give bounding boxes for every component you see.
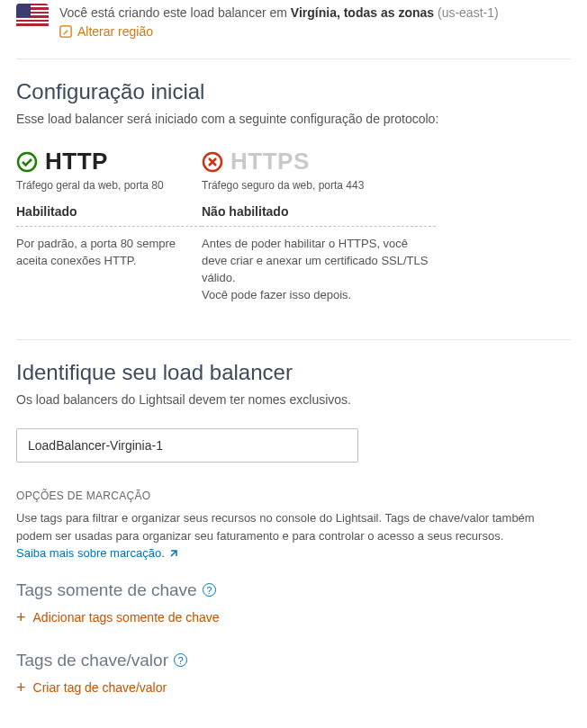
- protocols-row: HTTP Tráfego geral da web, porta 80 Habi…: [16, 148, 571, 303]
- https-caption: Tráfego seguro da web, porta 443: [202, 179, 436, 192]
- external-link-icon: [168, 548, 179, 559]
- http-name: HTTP: [45, 148, 108, 175]
- region-code: (us-east-1): [438, 5, 499, 20]
- key-only-tags-heading: Tags somente de chave ?: [16, 580, 571, 600]
- region-name: Virgínia, todas as zonas: [291, 5, 434, 20]
- region-banner: Você está criando este load balancer em …: [16, 0, 571, 58]
- check-circle-icon: [16, 151, 38, 173]
- x-circle-icon: [202, 151, 223, 173]
- pencil-icon: [59, 25, 72, 38]
- learn-more-label: Saiba mais sobre marcação.: [16, 544, 165, 562]
- key-only-title: Tags somente de chave: [16, 580, 197, 600]
- load-balancer-name-input[interactable]: [16, 428, 358, 463]
- divider: [16, 339, 571, 340]
- region-text-block: Você está criando este load balancer em …: [59, 4, 499, 40]
- add-kv-tag-button[interactable]: + Criar tag de chave/valor: [16, 679, 167, 696]
- change-region-label: Alterar região: [77, 24, 153, 39]
- kv-tags-heading: Tags de chave/valor ?: [16, 651, 571, 670]
- change-region-button[interactable]: Alterar região: [59, 24, 153, 39]
- https-status: Não habilitado: [202, 204, 436, 227]
- http-caption: Tráfego geral da web, porta 80: [16, 179, 202, 192]
- http-status: Habilitado: [16, 204, 202, 227]
- help-icon[interactable]: ?: [203, 583, 216, 597]
- https-name: HTTPS: [230, 148, 310, 175]
- protocol-http: HTTP Tráfego geral da web, porta 80 Habi…: [16, 148, 202, 303]
- https-desc1: Antes de poder habilitar o HTTPS, você d…: [202, 236, 436, 287]
- config-subtitle: Esse load balancer será iniciado com a s…: [16, 112, 571, 126]
- plus-icon: +: [16, 679, 26, 696]
- flag-us-icon: [16, 4, 49, 29]
- protocol-https: HTTPS Tráfego seguro da web, porta 443 N…: [202, 148, 436, 303]
- identify-title: Identifique seu load balancer: [16, 360, 571, 385]
- add-kv-label: Criar tag de chave/valor: [33, 680, 167, 695]
- https-desc2: Você pode fazer isso depois.: [202, 287, 436, 304]
- help-icon[interactable]: ?: [174, 653, 187, 667]
- config-title: Configuração inicial: [16, 79, 571, 104]
- divider: [16, 58, 571, 59]
- http-desc: Por padrão, a porta 80 sempre aceita con…: [16, 236, 202, 270]
- plus-icon: +: [16, 609, 26, 625]
- kv-title: Tags de chave/valor: [16, 651, 168, 670]
- region-prefix: Você está criando este load balancer em: [59, 5, 291, 20]
- svg-point-1: [18, 153, 36, 171]
- identify-subtitle: Os load balancers do Lightsail devem ter…: [16, 392, 571, 407]
- learn-more-tagging-link[interactable]: Saiba mais sobre marcação.: [16, 544, 179, 562]
- tag-desc-text: Use tags para filtrar e organizar seus r…: [16, 511, 535, 543]
- tag-options-desc: Use tags para filtrar e organizar seus r…: [16, 509, 571, 562]
- add-key-only-label: Adicionar tags somente de chave: [33, 610, 220, 625]
- tag-options-heading: OPÇÕES DE MARCAÇÃO: [16, 490, 571, 502]
- add-key-only-tag-button[interactable]: + Adicionar tags somente de chave: [16, 609, 220, 625]
